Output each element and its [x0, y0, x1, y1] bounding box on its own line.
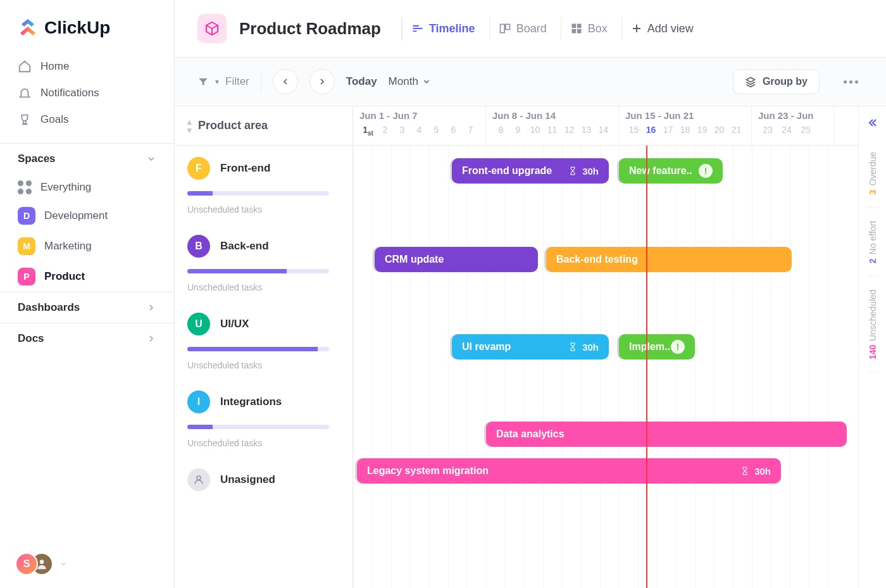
day-label: 2 — [377, 125, 394, 137]
bell-icon — [18, 86, 32, 100]
day-label: 18 — [677, 125, 694, 135]
prev-period[interactable] — [273, 69, 298, 94]
dashboards-header[interactable]: Dashboards — [0, 292, 174, 323]
day-label: 5 — [428, 125, 445, 137]
group-row[interactable]: F Front-end Unscheduled tasks — [175, 146, 353, 223]
metric-count: 2 — [868, 258, 878, 263]
week-column: Jun 23 - Jun232425 — [752, 106, 834, 145]
chevron-right-icon — [146, 303, 156, 313]
task-bar[interactable]: Data analytics — [486, 422, 847, 447]
collapse-rail[interactable] — [863, 113, 883, 135]
filter-icon — [197, 76, 209, 87]
space-label: Marketing — [44, 240, 92, 253]
svg-rect-3 — [571, 24, 576, 28]
task-bar[interactable]: CRM update — [375, 247, 538, 272]
view-tab-box[interactable]: Box — [561, 17, 616, 41]
nav-notifications-label: Notifications — [41, 87, 99, 99]
view-tab-label: Timeline — [429, 22, 475, 35]
view-tab-label: Board — [516, 22, 547, 35]
today-button[interactable]: Today — [346, 75, 377, 88]
svg-rect-2 — [505, 24, 509, 29]
logo[interactable]: ClickUp — [0, 0, 174, 53]
home-icon — [18, 59, 32, 73]
group-row[interactable]: B Back-end Unscheduled tasks — [175, 223, 353, 301]
metric-label: Overdue — [868, 152, 878, 186]
day-label: 16 — [642, 125, 659, 135]
clickup-logo-icon — [18, 18, 38, 38]
day-label: 24 — [777, 125, 796, 135]
divider — [261, 72, 261, 92]
group-badge: I — [187, 391, 210, 413]
svg-rect-4 — [577, 24, 582, 28]
trophy-icon — [18, 113, 32, 127]
task-label: Legacy system migration — [367, 465, 489, 477]
view-tab-board[interactable]: Board — [489, 17, 556, 41]
group-by-label: Group by — [763, 76, 808, 87]
unscheduled-label[interactable]: Unscheduled tasks — [187, 438, 340, 448]
unscheduled-label[interactable]: Unscheduled tasks — [187, 282, 340, 292]
toolbar: ▾ Filter Today Month Group by — [175, 58, 886, 106]
task-bar[interactable]: UI revamp30h — [452, 334, 609, 360]
svg-rect-1 — [500, 24, 504, 32]
more-menu[interactable] — [839, 75, 863, 89]
task-effort: 30h — [582, 166, 599, 177]
docs-header[interactable]: Docs — [0, 323, 174, 354]
group-progress — [187, 425, 329, 429]
rail-metric-overdue[interactable]: 3Overdue — [868, 139, 878, 208]
filter-button[interactable]: ▾ Filter — [197, 75, 249, 88]
range-select[interactable]: Month — [389, 75, 431, 88]
group-by-button[interactable]: Group by — [733, 69, 820, 94]
grouping-label: Product area — [198, 119, 268, 132]
add-view[interactable]: Add view — [621, 17, 702, 41]
week-label: Jun 15 - Jun 21 — [625, 110, 745, 121]
day-label: 25 — [796, 125, 815, 135]
task-bar[interactable]: Legacy system migration30h — [357, 458, 781, 484]
timeline-grid[interactable]: Jun 1 - Jun 71st234567Jun 8 - Jun 148910… — [353, 106, 858, 588]
day-label: 12 — [561, 125, 578, 135]
task-bar[interactable]: Implem..! — [619, 334, 695, 360]
sidebar: ClickUp Home Notifications Goals Spaces … — [0, 0, 175, 588]
task-bar[interactable]: New feature..! — [619, 158, 723, 184]
group-row-unassigned[interactable]: Unasigned — [175, 457, 353, 500]
task-bar[interactable]: Back-end testing — [546, 247, 792, 272]
spaces-header-label: Spaces — [18, 153, 56, 165]
space-item-development[interactable]: DDevelopment — [0, 201, 174, 231]
unscheduled-label[interactable]: Unscheduled tasks — [187, 204, 340, 215]
nav-goals[interactable]: Goals — [10, 106, 164, 133]
group-row[interactable]: U UI/UX Unscheduled tasks — [175, 301, 353, 379]
rail-metric-unsched[interactable]: 140Unscheduled — [868, 277, 878, 373]
avatar: S — [15, 553, 38, 575]
space-item-product[interactable]: PProduct — [0, 261, 174, 292]
metric-label: Unscheduled — [868, 289, 878, 341]
nav-notifications[interactable]: Notifications — [10, 80, 164, 106]
next-period[interactable] — [309, 69, 335, 94]
week-column: Jun 8 - Jun 14891011121314 — [486, 106, 619, 145]
view-tab-label: Box — [588, 22, 608, 35]
space-badge: P — [18, 268, 35, 285]
view-tab-timeline[interactable]: Timeline — [401, 17, 484, 41]
everything-icon — [18, 180, 32, 194]
unscheduled-label[interactable]: Unscheduled tasks — [187, 360, 340, 370]
package-icon — [204, 21, 220, 36]
group-progress — [187, 347, 329, 351]
grouping-column-header[interactable]: ▴▾ Product area — [175, 106, 353, 146]
folder-badge[interactable] — [197, 14, 227, 43]
nav-home[interactable]: Home — [10, 53, 164, 80]
rail-metric-noeffort[interactable]: 2No effort — [868, 208, 878, 277]
docs-label: Docs — [18, 332, 44, 345]
today-indicator — [646, 146, 647, 588]
spaces-header[interactable]: Spaces — [0, 143, 174, 174]
sort-icon: ▴▾ — [187, 118, 192, 134]
box-icon — [570, 22, 583, 35]
timeline-icon — [411, 22, 424, 35]
space-item-marketing[interactable]: MMarketing — [0, 231, 174, 261]
task-label: Back-end testing — [556, 254, 638, 265]
user-menu[interactable]: S — [0, 540, 174, 588]
space-everything[interactable]: Everything — [0, 174, 174, 201]
task-bar[interactable]: Front-end upgrade30h — [452, 158, 609, 184]
group-row[interactable]: I Integrations Unscheduled tasks — [175, 379, 353, 457]
day-label: 10 — [527, 125, 544, 135]
group-label: Integrations — [220, 396, 282, 408]
metric-label: No effort — [868, 221, 878, 254]
group-badge: U — [187, 313, 210, 335]
